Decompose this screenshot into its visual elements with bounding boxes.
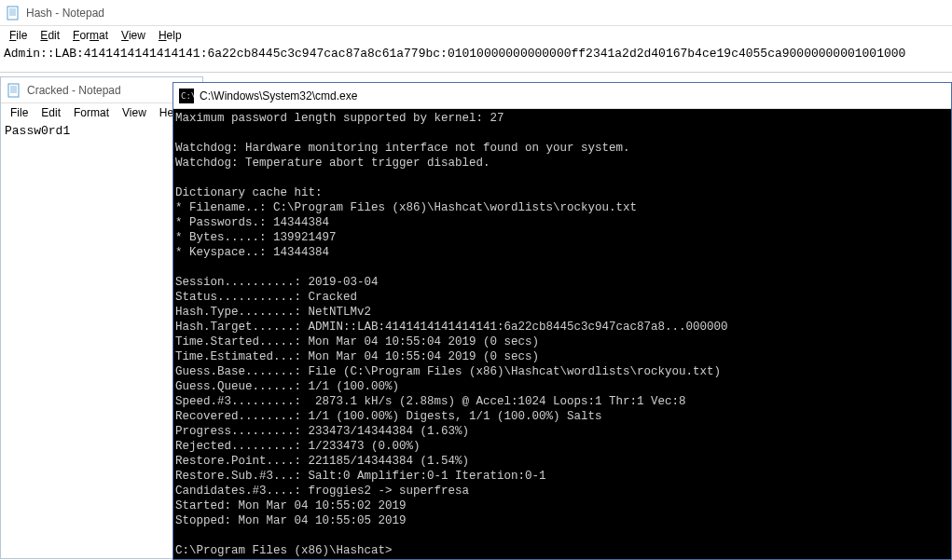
menu-file[interactable]: File [4,28,33,43]
window-title: Hash - Notepad [26,7,104,20]
menu-view[interactable]: View [117,105,152,120]
notepad-icon [7,83,21,98]
menu-file[interactable]: File [5,105,34,120]
menu-help[interactable]: Help [153,28,187,43]
menubar: File Edit Format View Help [0,26,952,45]
notepad-content[interactable]: Admin::LAB:4141414141414141:6a22cb8445c3… [0,45,952,64]
window-title: C:\Windows\System32\cmd.exe [200,89,357,102]
cmd-window: C:\ C:\Windows\System32\cmd.exe Maximum … [172,82,952,560]
menu-format[interactable]: Format [67,28,114,43]
cmd-icon: C:\ [179,89,194,103]
menu-view[interactable]: View [116,28,151,43]
notepad-hash-window: Hash - Notepad File Edit Format View Hel… [0,0,952,73]
menu-edit[interactable]: Edit [34,28,65,43]
titlebar[interactable]: C:\ C:\Windows\System32\cmd.exe [173,83,951,109]
menu-edit[interactable]: Edit [35,105,66,120]
terminal-output[interactable]: Maximum password length supported by ker… [173,109,951,559]
window-title: Cracked - Notepad [27,84,121,97]
svg-text:C:\: C:\ [181,91,194,101]
notepad-icon [6,6,21,20]
menu-format[interactable]: Format [68,105,115,120]
titlebar[interactable]: Hash - Notepad [0,0,952,26]
